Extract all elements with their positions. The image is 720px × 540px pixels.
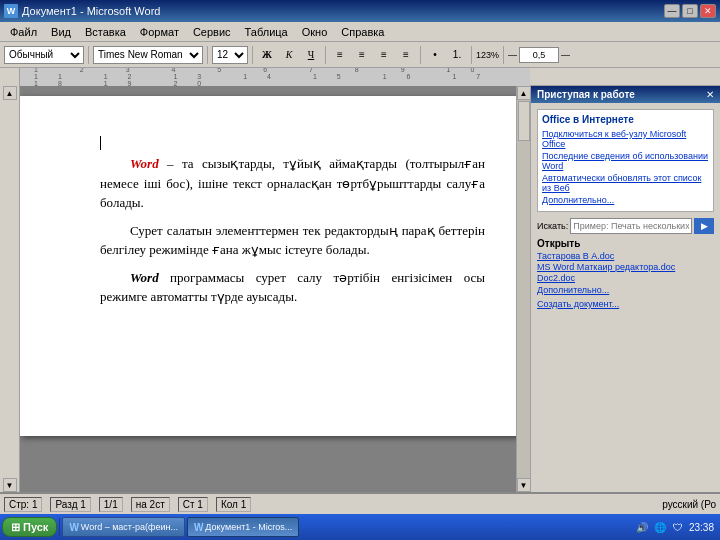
taskbar-doc-label: Документ1 - Micros...	[205, 522, 292, 532]
status-col: Ст 1	[178, 497, 208, 512]
document-page: Word – та сызықтарды, тұйық аймақтарды (…	[20, 96, 516, 436]
status-section: Разд 1	[50, 497, 90, 512]
start-button[interactable]: ⊞ Пуск	[2, 517, 57, 537]
word-italic-2: Word	[130, 270, 159, 285]
open-section-title: Открыть	[537, 238, 714, 249]
align-left-button[interactable]: ≡	[330, 45, 350, 65]
system-clock: 23:38	[689, 522, 714, 533]
paragraph-3-text: программасы сурет салу тәртібін енгізісі…	[100, 270, 485, 305]
menu-table[interactable]: Таблица	[239, 24, 294, 40]
document-scroll-area: Word – та сызықтарды, тұйық аймақтарды (…	[20, 86, 516, 492]
maximize-button[interactable]: □	[682, 4, 698, 18]
title-bar: W Документ1 - Microsoft Word — □ ✕	[0, 0, 720, 22]
paragraph-2: Сурет салатын элементтермен тек редактор…	[100, 221, 485, 260]
zoom-label: 123%	[476, 50, 499, 60]
ruler-area: 1 2 3 4 5 6 7 8 9 10 11 12 13 14 15 16 1…	[0, 68, 720, 86]
start-label: Пуск	[23, 521, 48, 533]
panel-content: Office в Интернете Подключиться к веб-уз…	[531, 103, 720, 492]
minimize-button[interactable]: —	[664, 4, 680, 18]
left-strip: ▲ ▼	[0, 86, 20, 492]
search-input[interactable]	[570, 218, 692, 234]
menu-file[interactable]: Файл	[4, 24, 43, 40]
tray-icon-1: 🔊	[635, 520, 649, 534]
toolbar-separator-1	[88, 46, 89, 64]
scroll-down-button[interactable]: ▼	[517, 478, 531, 492]
file-link-3[interactable]: Doc2.doc	[537, 273, 714, 283]
scroll-up-button[interactable]: ▲	[517, 86, 531, 100]
more-link[interactable]: Дополнительно...	[537, 285, 609, 295]
title-controls: — □ ✕	[664, 4, 716, 18]
menu-view[interactable]: Вид	[45, 24, 77, 40]
menu-bar: Файл Вид Вставка Формат Сервис Таблица О…	[0, 22, 720, 42]
toolbar-separator-4	[325, 46, 326, 64]
status-row: на 2ст	[131, 497, 170, 512]
font-size-dropdown[interactable]: 12	[212, 46, 248, 64]
close-button[interactable]: ✕	[700, 4, 716, 18]
office-link-3[interactable]: Автоматически обновлять этот список из В…	[542, 173, 709, 193]
menu-help[interactable]: Справка	[335, 24, 390, 40]
office-section-title: Office в Интернете	[542, 114, 709, 125]
align-center-button[interactable]: ≡	[352, 45, 372, 65]
numbering-button[interactable]: 1.	[447, 45, 467, 65]
office-link-2[interactable]: Последние сведения об использовании Word	[542, 151, 709, 171]
paragraph-1: Word – та сызықтарды, тұйық аймақтарды (…	[100, 154, 485, 213]
toolbar-separator-7	[503, 46, 504, 64]
menu-insert[interactable]: Вставка	[79, 24, 132, 40]
document-text: Word – та сызықтарды, тұйық аймақтарды (…	[100, 154, 485, 307]
word-icon: W	[4, 4, 18, 18]
right-panel: Приступая к работе ✕ Office в Интернете …	[530, 86, 720, 492]
status-language: русский (Ро	[662, 499, 716, 510]
word-highlight: Word	[130, 156, 159, 171]
close-panel-button[interactable]: ✕	[706, 89, 714, 100]
paragraph-1-text: – та сызықтарды, тұйық аймақтарды (толты…	[100, 156, 485, 210]
file-link-2[interactable]: MS Word Маткаир редактора.doc	[537, 262, 714, 272]
tray-icon-3: 🛡	[671, 520, 685, 534]
tray-icon-2: 🌐	[653, 520, 667, 534]
taskbar-word-button[interactable]: W Word – маст-ра(феин...	[62, 517, 185, 537]
main-area: ▲ ▼ Word – та сызықтарды, тұйық аймақтар…	[0, 86, 720, 492]
underline-button[interactable]: Ч	[301, 45, 321, 65]
status-position: 1/1	[99, 497, 123, 512]
title-bar-left: W Документ1 - Microsoft Word	[4, 4, 160, 18]
toolbar-separator-2	[207, 46, 208, 64]
horizontal-ruler: 1 2 3 4 5 6 7 8 9 10 11 12 13 14 15 16 1…	[20, 68, 530, 86]
create-document-link[interactable]: Создать документ...	[537, 299, 714, 309]
status-bar: Стр: 1 Разд 1 1/1 на 2ст Ст 1 Кол 1 русс…	[0, 492, 720, 514]
panel-title: Приступая к работе	[537, 89, 635, 100]
toolbar-separator-3	[252, 46, 253, 64]
search-row: Искать: ▶	[537, 218, 714, 234]
search-label: Искать:	[537, 221, 568, 231]
scroll-thumb[interactable]	[518, 101, 530, 141]
toolbar-separator-6	[471, 46, 472, 64]
status-col-val: Кол 1	[216, 497, 251, 512]
taskbar-tray: 🔊 🌐 🛡 23:38	[635, 520, 718, 534]
scroll-up-left[interactable]: ▲	[3, 86, 17, 100]
scroll-down-left[interactable]: ▼	[3, 478, 17, 492]
office-link-1[interactable]: Подключиться к веб-узлу Microsoft Office	[542, 129, 709, 149]
align-right-button[interactable]: ≡	[374, 45, 394, 65]
taskbar-document-button[interactable]: W Документ1 - Micros...	[187, 517, 299, 537]
bold-button[interactable]: Ж	[257, 45, 277, 65]
taskbar-separator	[59, 518, 60, 536]
bullets-button[interactable]: •	[425, 45, 445, 65]
font-name-dropdown[interactable]: Times New Roman	[93, 46, 203, 64]
taskbar-doc-icon: W	[194, 522, 203, 533]
text-cursor	[100, 136, 101, 150]
indent-unit: —	[561, 50, 570, 60]
align-justify-button[interactable]: ≡	[396, 45, 416, 65]
file-link-1[interactable]: Тастарова В А.doc	[537, 251, 714, 261]
office-link-4[interactable]: Дополнительно...	[542, 195, 709, 205]
menu-window[interactable]: Окно	[296, 24, 334, 40]
italic-button[interactable]: К	[279, 45, 299, 65]
menu-format[interactable]: Формат	[134, 24, 185, 40]
toolbar-standard: Обычный Times New Roman 12 Ж К Ч ≡ ≡ ≡ ≡…	[0, 42, 720, 68]
style-dropdown[interactable]: Обычный	[4, 46, 84, 64]
paragraph-3: Word программасы сурет салу тәртібін енг…	[100, 268, 485, 307]
toolbar-separator-5	[420, 46, 421, 64]
ruler-left-corner	[0, 68, 20, 86]
taskbar-word-icon: W	[69, 522, 78, 533]
menu-tools[interactable]: Сервис	[187, 24, 237, 40]
cursor-area	[100, 136, 485, 154]
indent-input[interactable]	[519, 47, 559, 63]
search-button[interactable]: ▶	[694, 218, 714, 234]
